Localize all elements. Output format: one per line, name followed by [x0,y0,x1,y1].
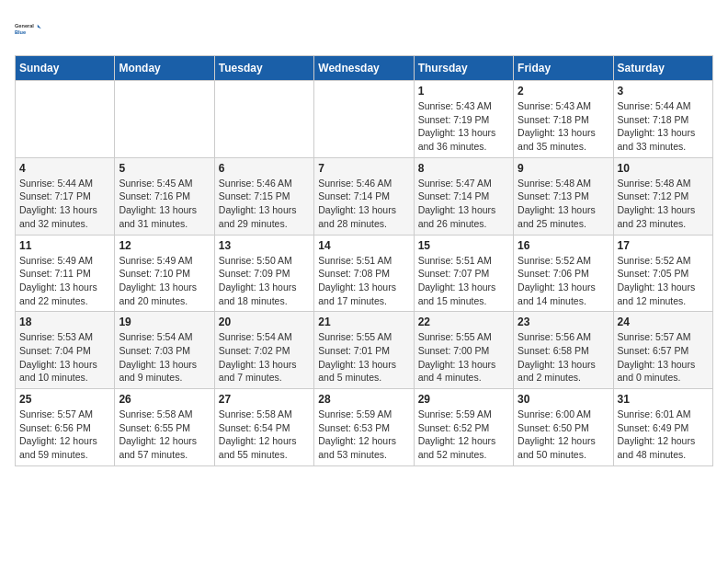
day-number: 30 [518,393,609,406]
cell-content: Sunrise: 5:46 AM Sunset: 7:15 PM Dayligh… [219,177,310,231]
day-number: 1 [418,85,509,98]
calendar-table: SundayMondayTuesdayWednesdayThursdayFrid… [15,55,713,466]
calendar-cell: 18Sunrise: 5:53 AM Sunset: 7:04 PM Dayli… [16,312,115,389]
cell-content: Sunrise: 5:50 AM Sunset: 7:09 PM Dayligh… [219,254,310,308]
cell-content: Sunrise: 5:58 AM Sunset: 6:54 PM Dayligh… [219,408,310,462]
calendar-cell: 6Sunrise: 5:46 AM Sunset: 7:15 PM Daylig… [214,157,313,235]
calendar-cell: 5Sunrise: 5:45 AM Sunset: 7:16 PM Daylig… [115,157,214,235]
day-of-week-header: Friday [514,56,613,81]
calendar-cell [16,81,115,158]
cell-content: Sunrise: 5:59 AM Sunset: 6:53 PM Dayligh… [318,408,409,462]
day-number: 15 [418,239,509,252]
calendar-cell: 22Sunrise: 5:55 AM Sunset: 7:00 PM Dayli… [414,312,513,389]
cell-content: Sunrise: 5:48 AM Sunset: 7:13 PM Dayligh… [518,177,609,231]
day-number: 26 [119,393,210,406]
cell-content: Sunrise: 5:52 AM Sunset: 7:06 PM Dayligh… [518,254,609,308]
cell-content: Sunrise: 5:56 AM Sunset: 6:58 PM Dayligh… [518,330,609,385]
days-of-week-row: SundayMondayTuesdayWednesdayThursdayFrid… [16,56,713,81]
day-number: 18 [19,316,110,328]
day-number: 27 [219,393,310,406]
cell-content: Sunrise: 5:53 AM Sunset: 7:04 PM Dayligh… [19,330,110,385]
cell-content: Sunrise: 5:48 AM Sunset: 7:12 PM Dayligh… [618,177,709,231]
day-number: 5 [119,162,210,175]
day-number: 8 [418,162,509,175]
calendar-cell: 12Sunrise: 5:49 AM Sunset: 7:10 PM Dayli… [115,235,214,312]
day-number: 13 [219,239,310,252]
svg-text:Blue: Blue [15,29,26,35]
calendar-week-row: 11Sunrise: 5:49 AM Sunset: 7:11 PM Dayli… [16,235,713,312]
calendar-cell: 17Sunrise: 5:52 AM Sunset: 7:05 PM Dayli… [613,235,712,312]
day-number: 14 [318,239,409,252]
calendar-cell: 10Sunrise: 5:48 AM Sunset: 7:12 PM Dayli… [613,157,712,235]
calendar-week-row: 18Sunrise: 5:53 AM Sunset: 7:04 PM Dayli… [16,312,713,389]
calendar-week-row: 4Sunrise: 5:44 AM Sunset: 7:17 PM Daylig… [16,157,713,235]
day-of-week-header: Thursday [414,56,513,81]
cell-content: Sunrise: 5:59 AM Sunset: 6:52 PM Dayligh… [418,408,509,462]
calendar-header: SundayMondayTuesdayWednesdayThursdayFrid… [16,56,713,81]
day-number: 25 [19,393,110,406]
cell-content: Sunrise: 5:54 AM Sunset: 7:03 PM Dayligh… [119,330,210,385]
calendar-cell: 2Sunrise: 5:43 AM Sunset: 7:18 PM Daylig… [514,81,613,158]
cell-content: Sunrise: 6:01 AM Sunset: 6:49 PM Dayligh… [618,408,709,462]
page-header: GeneralBlue [15,15,713,44]
day-number: 20 [219,316,310,328]
calendar-cell: 19Sunrise: 5:54 AM Sunset: 7:03 PM Dayli… [115,312,214,389]
calendar-cell: 9Sunrise: 5:48 AM Sunset: 7:13 PM Daylig… [514,157,613,235]
calendar-cell: 21Sunrise: 5:55 AM Sunset: 7:01 PM Dayli… [314,312,414,389]
calendar-cell [115,81,214,158]
calendar-cell: 7Sunrise: 5:46 AM Sunset: 7:14 PM Daylig… [314,157,414,235]
cell-content: Sunrise: 5:55 AM Sunset: 7:00 PM Dayligh… [418,330,509,385]
calendar-cell [214,81,313,158]
day-number: 9 [518,162,609,175]
day-number: 31 [618,393,709,406]
svg-text:General: General [15,23,34,29]
cell-content: Sunrise: 5:51 AM Sunset: 7:07 PM Dayligh… [418,254,509,308]
day-number: 4 [19,162,110,175]
cell-content: Sunrise: 5:45 AM Sunset: 7:16 PM Dayligh… [119,177,210,231]
day-of-week-header: Sunday [16,56,115,81]
day-number: 17 [618,239,709,252]
calendar-cell: 30Sunrise: 6:00 AM Sunset: 6:50 PM Dayli… [514,389,613,466]
calendar-cell: 20Sunrise: 5:54 AM Sunset: 7:02 PM Dayli… [214,312,313,389]
cell-content: Sunrise: 5:47 AM Sunset: 7:14 PM Dayligh… [418,177,509,231]
cell-content: Sunrise: 5:49 AM Sunset: 7:11 PM Dayligh… [19,254,110,308]
cell-content: Sunrise: 5:57 AM Sunset: 6:56 PM Dayligh… [19,408,110,462]
day-number: 10 [618,162,709,175]
logo: GeneralBlue [15,15,44,44]
calendar-week-row: 1Sunrise: 5:43 AM Sunset: 7:19 PM Daylig… [16,81,713,158]
svg-marker-2 [38,24,41,29]
calendar-cell: 4Sunrise: 5:44 AM Sunset: 7:17 PM Daylig… [16,157,115,235]
calendar-cell: 14Sunrise: 5:51 AM Sunset: 7:08 PM Dayli… [314,235,414,312]
calendar-week-row: 25Sunrise: 5:57 AM Sunset: 6:56 PM Dayli… [16,389,713,466]
day-number: 19 [119,316,210,328]
calendar-cell: 8Sunrise: 5:47 AM Sunset: 7:14 PM Daylig… [414,157,513,235]
calendar-cell: 1Sunrise: 5:43 AM Sunset: 7:19 PM Daylig… [414,81,513,158]
calendar-cell: 23Sunrise: 5:56 AM Sunset: 6:58 PM Dayli… [514,312,613,389]
cell-content: Sunrise: 5:43 AM Sunset: 7:18 PM Dayligh… [518,99,609,154]
day-number: 24 [618,316,709,328]
day-number: 11 [19,239,110,252]
day-number: 23 [518,316,609,328]
day-number: 3 [618,85,709,98]
day-of-week-header: Monday [115,56,214,81]
calendar-cell [314,81,414,158]
calendar-cell: 31Sunrise: 6:01 AM Sunset: 6:49 PM Dayli… [613,389,712,466]
day-number: 28 [318,393,409,406]
day-number: 16 [518,239,609,252]
calendar-cell: 11Sunrise: 5:49 AM Sunset: 7:11 PM Dayli… [16,235,115,312]
cell-content: Sunrise: 5:51 AM Sunset: 7:08 PM Dayligh… [318,254,409,308]
day-number: 12 [119,239,210,252]
cell-content: Sunrise: 5:58 AM Sunset: 6:55 PM Dayligh… [119,408,210,462]
calendar-cell: 27Sunrise: 5:58 AM Sunset: 6:54 PM Dayli… [214,389,313,466]
day-number: 7 [318,162,409,175]
day-number: 6 [219,162,310,175]
calendar-cell: 26Sunrise: 5:58 AM Sunset: 6:55 PM Dayli… [115,389,214,466]
calendar-cell: 24Sunrise: 5:57 AM Sunset: 6:57 PM Dayli… [613,312,712,389]
day-number: 2 [518,85,609,98]
calendar-cell: 16Sunrise: 5:52 AM Sunset: 7:06 PM Dayli… [514,235,613,312]
cell-content: Sunrise: 5:43 AM Sunset: 7:19 PM Dayligh… [418,99,509,154]
calendar-body: 1Sunrise: 5:43 AM Sunset: 7:19 PM Daylig… [16,81,713,466]
day-of-week-header: Tuesday [214,56,313,81]
day-number: 29 [418,393,509,406]
calendar-cell: 13Sunrise: 5:50 AM Sunset: 7:09 PM Dayli… [214,235,313,312]
